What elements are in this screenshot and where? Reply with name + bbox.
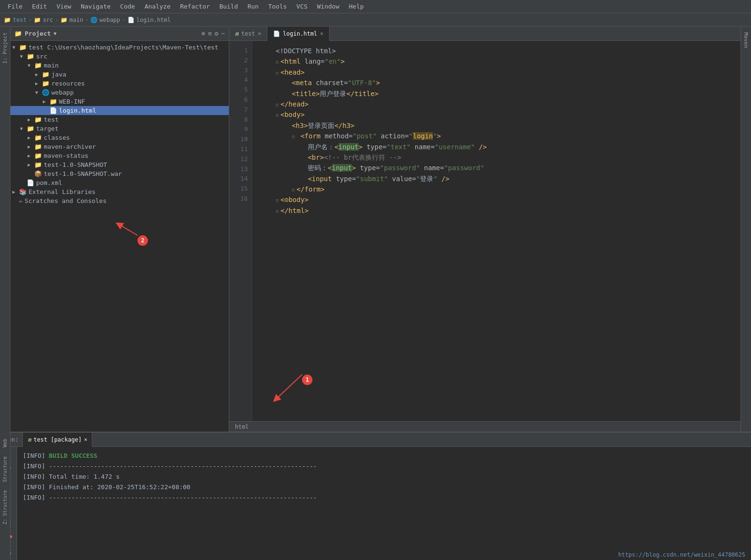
tab-login-html[interactable]: 📄 login.html ✕ [267, 27, 330, 41]
line-number-16: 16 [233, 194, 248, 204]
code-line-10: 用户名：<input> type="text" name="username" … [260, 142, 733, 152]
footer-url[interactable]: https://blog.csdn.net/weixin_44780625 [618, 551, 745, 558]
tree-item-webapp[interactable]: ▼🌐webapp [10, 88, 229, 97]
breadcrumb-webapp[interactable]: webapp [99, 17, 120, 23]
z-structure-tab[interactable]: Z: Structure [1, 486, 9, 528]
tree-item-test-1.0-SNAPSHOT[interactable]: ▶📁test-1.0-SNAPSHOT [10, 160, 229, 169]
menu-edit[interactable]: Edit [28, 2, 50, 11]
tree-item-target[interactable]: ▼📁target [10, 124, 229, 133]
line-number-8: 8 [233, 115, 248, 125]
code-line-14: ⊟</form> [260, 184, 733, 194]
line-number-11: 11 [233, 145, 248, 154]
bottom-content: ▶ ⟳ ↑ ↓ ⚙ ☰ 📌 🖨 [INFO] BUILD SUCCESS[INF… [0, 447, 751, 560]
breadcrumb: 📁 test › 📁 src › 📁 main › 🌐 webapp › 📄 l… [0, 13, 751, 27]
line-number-14: 14 [233, 174, 248, 184]
tree-label-resources: resources [51, 80, 85, 87]
tree-label-webapp: webapp [51, 89, 74, 96]
menu-code[interactable]: Code [117, 2, 139, 11]
line-number-10: 10 [233, 135, 248, 145]
tree-label-src: src [36, 53, 47, 60]
tree-item-java[interactable]: ▶📁java [10, 70, 229, 79]
menu-build[interactable]: Build [215, 2, 242, 11]
tree-item-test-root[interactable]: ▼📁test C:\Users\haozhang\IdeaProjects\Ma… [10, 43, 229, 52]
editor-status-bar: html [229, 421, 741, 432]
project-tab-vertical[interactable]: 1: Project [0, 29, 10, 68]
tree-label-test-1.0-SNAPSHOT.war: test-1.0-SNAPSHOT.war [44, 170, 122, 177]
menu-view[interactable]: View [53, 2, 75, 11]
breadcrumb-file[interactable]: login.html [137, 17, 171, 23]
code-content[interactable]: <!DOCTYPE html> ⊟<html lang="en"> ⊟<head… [252, 41, 741, 421]
bottom-tab-test-package[interactable]: m test [package] ✕ [22, 433, 92, 447]
breadcrumb-test[interactable]: test [13, 17, 27, 23]
main-layout: 1: Project 📁 Project ▼ ⊕ ≡ ⚙ − ▼📁test C:… [0, 27, 751, 432]
tree-item-src[interactable]: ▼📁src [10, 52, 229, 61]
tree-item-WEB-INF[interactable]: ▶📁WEB-INF [10, 97, 229, 106]
tree-item-main[interactable]: ▼📁main [10, 61, 229, 70]
line-number-12: 12 [233, 154, 248, 164]
minimize-icon[interactable]: − [221, 30, 225, 37]
menu-tools[interactable]: Tools [264, 2, 291, 11]
tab-test-close[interactable]: ✕ [258, 30, 261, 37]
locate-icon[interactable]: ⊕ [202, 30, 205, 37]
code-line-4: <meta charset="UTF-8"> [260, 77, 733, 88]
tree-item-test-1.0-SNAPSHOT.war[interactable]: 📦test-1.0-SNAPSHOT.war [10, 169, 229, 178]
tree-item-login.html[interactable]: 📄login.html [10, 106, 229, 115]
menu-refactor[interactable]: Refactor [176, 2, 214, 11]
project-header-right: ⊕ ≡ ⚙ − [202, 30, 225, 37]
menu-vcs[interactable]: VCS [293, 2, 311, 11]
tree-item-test[interactable]: ▶📁test [10, 115, 229, 124]
menu-analyze[interactable]: Analyze [141, 2, 175, 11]
menu-bar: File Edit View Navigate Code Analyze Ref… [0, 0, 751, 13]
tree-item-pom.xml[interactable]: 📄pom.xml [10, 178, 229, 187]
tree-label-test-1.0-SNAPSHOT: test-1.0-SNAPSHOT [44, 161, 107, 168]
line-number-13: 13 [233, 164, 248, 174]
menu-window[interactable]: Window [313, 2, 343, 11]
code-line-3: ⊟<head> [260, 67, 733, 77]
tab-login-html-close[interactable]: ✕ [320, 30, 323, 37]
tree-label-test-root: test C:\Users\haozhang\IdeaProjects\Mave… [29, 44, 218, 51]
bottom-tab-label: test [package] [34, 436, 82, 443]
menu-help[interactable]: Help [345, 2, 368, 11]
console-output: [INFO] BUILD SUCCESS[INFO] -------------… [17, 447, 751, 560]
code-line-16: ⊟</html> [260, 205, 733, 216]
structure-tab[interactable]: Structure [1, 452, 9, 486]
tree-label-java: java [51, 71, 66, 78]
dropdown-icon[interactable]: ▼ [54, 31, 57, 36]
tree-item-classes[interactable]: ▶📁classes [10, 133, 229, 142]
tree-label-test: test [44, 116, 59, 123]
line-number-9: 9 [233, 125, 248, 135]
project-panel: 📁 Project ▼ ⊕ ≡ ⚙ − ▼📁test C:\Users\haoz… [10, 27, 229, 432]
tab-login-html-label: login.html [283, 30, 317, 37]
menu-file[interactable]: File [4, 2, 26, 11]
breadcrumb-src[interactable]: src [43, 17, 53, 23]
tab-test[interactable]: m test ✕ [229, 27, 267, 41]
tree-item-external-libraries[interactable]: ▶📚External Libraries [10, 187, 229, 196]
right-tab-maven[interactable]: Maven [741, 29, 751, 52]
project-folder-icon: 📁 [14, 30, 22, 37]
collapse-icon[interactable]: ≡ [208, 30, 212, 37]
code-line-9: ⊟ <form method="post" action="login"> [260, 131, 733, 141]
bottom-left-vtabs: Web Structure Z: Structure [0, 432, 10, 560]
code-line-11: <br><!-- br代表换行符 --> [260, 152, 733, 163]
menu-run[interactable]: Run [244, 2, 262, 11]
settings-icon[interactable]: ⚙ [215, 30, 218, 37]
editor-tabs: m test ✕ 📄 login.html ✕ [229, 27, 741, 41]
tree-item-resources[interactable]: ▶📁resources [10, 79, 229, 88]
code-line-12: 密码：<input> type="password" name="passwor… [260, 163, 733, 173]
line-number-6: 6 [233, 95, 248, 105]
breadcrumb-main[interactable]: main [69, 17, 83, 23]
tab-test-label: test [241, 30, 255, 37]
bottom-tab-close[interactable]: ✕ [84, 436, 88, 443]
editor-area: m test ✕ 📄 login.html ✕ 1234567891011121… [229, 27, 741, 432]
tree-item-scratches[interactable]: ✏️Scratches and Consoles [10, 196, 229, 205]
web-tab[interactable]: Web [1, 434, 9, 452]
code-line-2: ⊟<html lang="en"> [260, 56, 733, 67]
tree-item-maven-archiver[interactable]: ▶📁maven-archiver [10, 142, 229, 151]
line-number-2: 2 [233, 56, 248, 66]
console-line-4: [INFO] ---------------------------------… [23, 492, 745, 503]
menu-navigate[interactable]: Navigate [77, 2, 115, 11]
code-line-5: <title>用户登录</title> [260, 88, 733, 99]
project-header-left: 📁 Project ▼ [14, 30, 57, 37]
tree-item-maven-status[interactable]: ▶📁maven-status [10, 151, 229, 160]
line-number-5: 5 [233, 85, 248, 95]
